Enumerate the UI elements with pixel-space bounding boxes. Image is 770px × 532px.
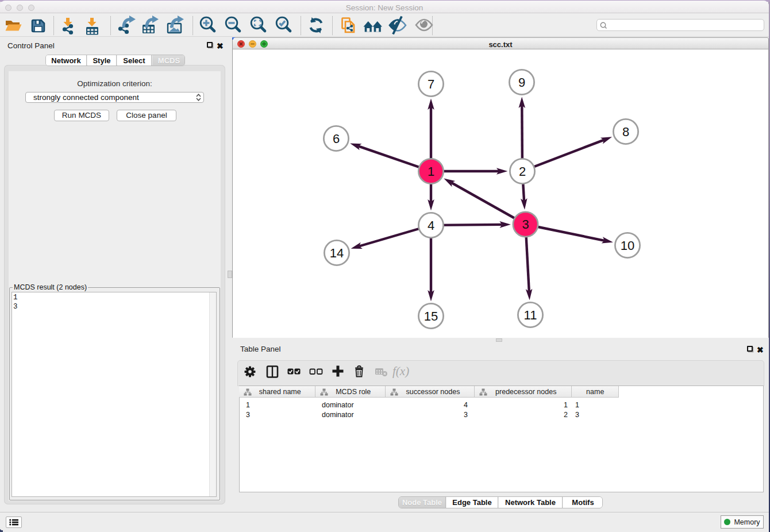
svg-text:14: 14 [330, 246, 344, 260]
svg-text:3: 3 [522, 217, 529, 232]
svg-text:1: 1 [428, 164, 434, 179]
svg-text:9: 9 [518, 75, 525, 90]
svg-text:2: 2 [519, 164, 526, 179]
svg-text:11: 11 [524, 308, 537, 322]
svg-text:15: 15 [424, 309, 438, 323]
svg-text:8: 8 [622, 125, 629, 139]
svg-text:7: 7 [428, 77, 434, 91]
svg-text:6: 6 [333, 132, 340, 146]
svg-text:4: 4 [428, 218, 434, 233]
svg-text:10: 10 [621, 238, 634, 253]
